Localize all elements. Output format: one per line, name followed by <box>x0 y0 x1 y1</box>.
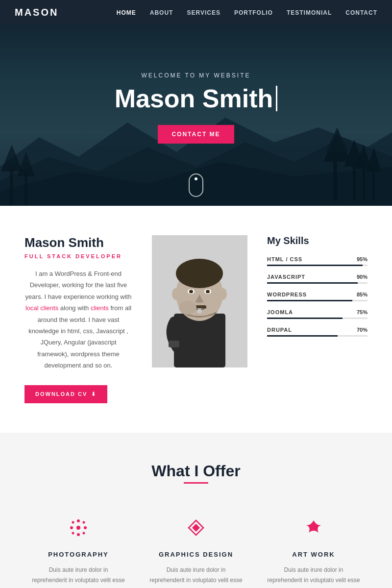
skill-bar-bg <box>267 318 368 319</box>
skill-pct: 70% <box>357 327 368 333</box>
nav-logo[interactable]: MASON <box>15 7 58 18</box>
svg-point-32 <box>77 519 80 522</box>
portrait-image <box>152 235 247 368</box>
services-section: What I Offer PHOTOGRAPHY Duis aute irure… <box>0 433 392 588</box>
service-icon <box>32 518 125 542</box>
service-icon <box>267 518 360 542</box>
svg-point-37 <box>83 521 85 523</box>
download-cv-button[interactable]: DOWNLOAD CV ⬇ <box>24 385 107 403</box>
skill-pct: 90% <box>357 274 368 280</box>
nav-link-home[interactable]: HOME <box>117 9 136 16</box>
svg-point-36 <box>72 521 74 523</box>
skill-name: JOOMLA <box>267 309 293 315</box>
skill-bar-bg <box>267 300 368 301</box>
service-card: ART WORK Duis aute irure dolor in repreh… <box>262 513 365 588</box>
nav-link-services[interactable]: SERVICES <box>187 9 220 16</box>
cursor-bar <box>276 86 277 111</box>
svg-point-39 <box>83 532 85 534</box>
svg-point-35 <box>84 526 87 529</box>
skill-name: JAVASCRIPT <box>267 274 305 280</box>
skill-pct: 95% <box>357 256 368 262</box>
nav-links: HOMEABOUTSERVICESPORTFOLIOTESTIMONIALCON… <box>117 8 377 17</box>
svg-rect-17 <box>174 314 225 368</box>
nav-link-testimonial[interactable]: TESTIMONIAL <box>287 9 332 16</box>
download-icon: ⬇ <box>91 391 97 397</box>
service-desc: Duis aute irure dolor in reprehenderit i… <box>149 565 243 588</box>
skill-bar-fill <box>267 300 352 301</box>
hero-subtitle: WELCOME TO MY WEBSITE <box>141 72 250 79</box>
skill-bar-bg <box>267 282 368 284</box>
skill-item: JOOMLA 75% <box>267 309 368 319</box>
svg-point-28 <box>197 309 202 314</box>
skills-list: HTML / CSS 95% JAVASCRIPT 90% WORDPRESS … <box>267 256 368 337</box>
contact-me-button[interactable]: CONTACT ME <box>158 125 234 144</box>
service-name: ART WORK <box>267 551 360 558</box>
svg-point-24 <box>206 290 210 294</box>
svg-point-31 <box>76 526 80 530</box>
skill-item: HTML / CSS 95% <box>267 256 368 266</box>
nav-link-about[interactable]: ABOUT <box>150 9 173 16</box>
svg-point-38 <box>72 532 74 534</box>
svg-point-34 <box>70 526 73 529</box>
skill-item: DRUPAL 70% <box>267 327 368 337</box>
skill-item: WORDPRESS 85% <box>267 292 368 301</box>
svg-point-33 <box>77 533 80 536</box>
service-desc: Duis aute irure dolor in reprehenderit i… <box>32 565 125 588</box>
skill-pct: 75% <box>357 309 368 315</box>
hero-section: WELCOME TO MY WEBSITE Mason Smith CONTAC… <box>0 24 392 206</box>
about-section: Mason Smith FULL STACK DEVELOPER I am a … <box>0 206 392 433</box>
svg-rect-30 <box>169 341 179 347</box>
services-title: What I Offer <box>20 462 372 480</box>
skill-bar-bg <box>267 265 368 266</box>
svg-point-29 <box>179 301 196 315</box>
skill-bar-fill <box>267 318 343 319</box>
nav-link-portfolio[interactable]: PORTFOLIO <box>234 9 273 16</box>
service-name: PHOTOGRAPHY <box>32 551 125 558</box>
about-role: FULL STACK DEVELOPER <box>24 253 132 259</box>
about-name: Mason Smith <box>24 235 132 250</box>
skill-bar-fill <box>267 335 338 337</box>
about-left: Mason Smith FULL STACK DEVELOPER I am a … <box>24 235 132 403</box>
services-grid: PHOTOGRAPHY Duis aute irure dolor in rep… <box>20 503 372 588</box>
skill-name: WORDPRESS <box>267 292 307 297</box>
skill-bar-bg <box>267 335 368 337</box>
scroll-indicator[interactable] <box>189 173 203 197</box>
svg-point-23 <box>189 290 193 294</box>
about-description: I am a WordPress & Front-end Developer, … <box>24 268 132 371</box>
skills-section: My Skills HTML / CSS 95% JAVASCRIPT 90% … <box>267 235 368 344</box>
skill-name: HTML / CSS <box>267 256 302 262</box>
svg-point-27 <box>219 288 227 300</box>
skill-name: DRUPAL <box>267 327 292 333</box>
section-underline <box>184 482 208 484</box>
about-photo <box>152 235 247 368</box>
skill-pct: 85% <box>357 292 368 297</box>
scroll-dot <box>195 177 197 180</box>
service-name: GRAPHICS DESIGN <box>149 551 243 558</box>
service-desc: Duis aute irure dolor in reprehenderit i… <box>267 565 360 588</box>
nav-link-contact[interactable]: CONTACT <box>345 9 377 16</box>
skill-bar-fill <box>267 282 358 284</box>
service-card: GRAPHICS DESIGN Duis aute irure dolor in… <box>145 513 247 588</box>
service-icon <box>149 518 243 542</box>
skill-item: JAVASCRIPT 90% <box>267 274 368 284</box>
service-card: PHOTOGRAPHY Duis aute irure dolor in rep… <box>27 513 130 588</box>
hero-name: Mason Smith <box>115 84 278 113</box>
skill-bar-fill <box>267 265 363 266</box>
svg-point-20 <box>176 259 223 288</box>
hero-content: WELCOME TO MY WEBSITE Mason Smith CONTAC… <box>115 72 278 144</box>
svg-point-26 <box>172 288 180 300</box>
navbar: MASON HOMEABOUTSERVICESPORTFOLIOTESTIMON… <box>0 0 392 24</box>
download-cv-label: DOWNLOAD CV <box>35 391 87 397</box>
skills-title: My Skills <box>267 235 368 246</box>
